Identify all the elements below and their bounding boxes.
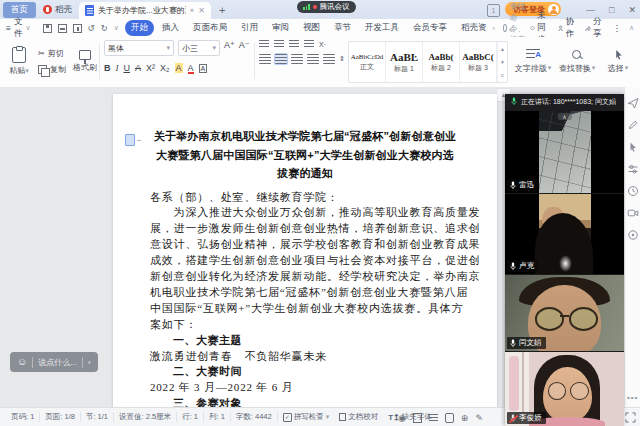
decrease-indent-icon[interactable] — [289, 40, 299, 48]
find-replace-button[interactable]: 查找替换▾ — [556, 40, 598, 82]
pin-icon[interactable]: ⌖ — [190, 7, 195, 15]
align-left-icon[interactable] — [259, 54, 271, 64]
align-right-icon[interactable] — [291, 54, 303, 64]
align-distribute-icon[interactable] — [323, 54, 335, 64]
style-正文[interactable]: AaBbCcDd正文 — [349, 42, 386, 82]
undo-icon[interactable]: ↺ — [88, 23, 95, 33]
history-icon[interactable] — [627, 183, 639, 195]
paste-button[interactable]: 粘贴▾ — [4, 40, 34, 82]
italic-button[interactable]: I — [116, 63, 119, 73]
style-标题 1[interactable]: AaBĿ标题 1 — [386, 42, 423, 82]
style-标题 3[interactable]: AaBbC(标题 3 — [460, 42, 497, 82]
tab-document[interactable]: 关于举办学院...业大赛的通知 ⌖ ✕ — [79, 2, 211, 19]
outline-view-icon[interactable] — [429, 414, 438, 422]
more-menu-icon[interactable]: ⋮ — [612, 23, 621, 33]
line-spacing-icon[interactable]: ⇕ — [339, 55, 345, 63]
ribbon-tab-章节[interactable]: 章节 — [328, 20, 357, 36]
increase-indent-icon[interactable] — [304, 40, 314, 48]
export-icon[interactable] — [73, 24, 82, 33]
comment-indicator[interactable] — [125, 134, 141, 146]
grow-font-icon[interactable]: A⁺ — [224, 40, 235, 56]
ribbon-tab-稻壳资[interactable]: 稻壳资 — [455, 20, 493, 36]
superscript-icon[interactable]: X² — [146, 63, 155, 73]
print-icon[interactable] — [58, 24, 67, 33]
copy-button[interactable]: 复制 — [38, 63, 66, 76]
font-name-select[interactable]: 黑体▾ — [104, 40, 174, 56]
ribbon-tab-插入[interactable]: 插入 — [156, 20, 185, 36]
ribbon-tab-会员专享[interactable]: 会员专享 — [407, 20, 453, 36]
collapse-panel-icon[interactable]: ∧ — [557, 113, 571, 120]
target-icon[interactable] — [627, 227, 639, 239]
status-item[interactable]: 字数: 4442 — [231, 412, 278, 422]
cursor-icon[interactable] — [627, 139, 639, 151]
meeting-panel[interactable]: 正在讲话: 180****1083; 闫文娟 ∧雷迅卢克闫文娟李俊娇 — [505, 94, 624, 426]
body-line: 成效，搭建学生创新创意创业项目与社会资本对接平台，促进创 — [150, 253, 462, 269]
camera-icon[interactable] — [627, 205, 639, 217]
cjk-layout-icon[interactable]: X· — [319, 41, 326, 48]
style-标题 2[interactable]: AaBb(标题 2 — [423, 42, 460, 82]
status-item[interactable]: 页面: 1/8 — [40, 412, 81, 422]
style-up-icon[interactable]: ▲ — [500, 46, 505, 52]
bullet-list-icon[interactable] — [259, 40, 269, 48]
window-switch-icon[interactable]: 1 — [487, 4, 500, 17]
more-tools-icon[interactable]: ••• — [627, 393, 638, 402]
page-view-icon[interactable] — [413, 413, 422, 423]
participant-tile-李俊娇[interactable]: 李俊娇 — [505, 351, 624, 426]
new-tab-button[interactable]: + — [219, 4, 225, 16]
ribbon-tab-视图[interactable]: 视图 — [297, 20, 326, 36]
collapse-chat-icon[interactable]: ‹ — [88, 358, 91, 367]
align-center-icon[interactable] — [275, 54, 287, 64]
ribbon-tab-开始[interactable]: 开始 — [125, 20, 154, 36]
char-border-icon[interactable]: A — [199, 64, 208, 73]
tab-docer[interactable]: 稻壳 — [36, 2, 79, 18]
eye-protect-icon[interactable]: ◉ — [398, 413, 406, 423]
subscript-icon[interactable]: X₂ — [160, 63, 170, 73]
participant-tile-闫文娟[interactable]: 闫文娟 — [505, 274, 624, 351]
participant-tile-卢克[interactable]: 卢克 — [505, 193, 624, 274]
font-color-icon[interactable]: A — [188, 63, 194, 73]
bold-button[interactable]: B — [104, 63, 111, 73]
ribbon-tab-开发工具[interactable]: 开发工具 — [359, 20, 405, 36]
status-item[interactable]: 节: 1/1 — [81, 412, 114, 422]
align-justify-icon[interactable] — [307, 54, 319, 64]
web-view-icon[interactable]: ⊕ — [461, 413, 469, 423]
underline-button[interactable]: U — [124, 63, 131, 73]
ribbon-tab-页面布局[interactable]: 页面布局 — [187, 20, 233, 36]
emoji-icon[interactable]: ☺ — [17, 357, 27, 367]
meeting-badge[interactable]: 腾讯会议 — [297, 1, 356, 13]
text-layout-button[interactable]: 文字排版▾ — [512, 40, 554, 82]
select-button[interactable]: 选择▾ — [600, 40, 636, 82]
font-size-select[interactable]: 小三▾ — [178, 40, 220, 56]
doc-proof-button[interactable]: 文档校对 — [334, 412, 383, 422]
ribbon-tab-引用[interactable]: 引用 — [235, 20, 264, 36]
tabs-overflow-icon[interactable]: › — [492, 25, 494, 32]
spell-check-button[interactable]: ✓ 拼写检查 ▾ — [278, 412, 335, 422]
style-more-icon[interactable]: ≡ — [501, 72, 504, 78]
numbered-list-icon[interactable] — [274, 40, 284, 48]
ribbon-tab-审阅[interactable]: 审阅 — [266, 20, 295, 36]
cut-button[interactable]: ✂剪切 — [38, 47, 66, 60]
fit-page-icon[interactable] — [625, 412, 636, 423]
status-item[interactable]: 列: 1 — [204, 412, 231, 422]
meeting-chat-bar[interactable]: ☺ 说点什么... ‹ — [10, 352, 98, 372]
save-icon[interactable] — [43, 24, 52, 33]
status-item[interactable]: 行: 1 — [177, 412, 204, 422]
shrink-font-icon[interactable]: A⁻ — [239, 40, 250, 56]
style-down-icon[interactable]: ▼ — [500, 59, 505, 65]
strikethrough-icon[interactable]: A — [135, 63, 141, 73]
write-mode-icon[interactable]: ✎ — [475, 413, 483, 423]
status-item[interactable]: 页码: 1 — [6, 412, 40, 422]
document-page[interactable]: 关于举办南京机电职业技术学院第七届“冠盛杯”创新创意创业大赛暨第八届中国国际“互… — [113, 94, 497, 407]
participant-tile-雷迅[interactable]: ∧雷迅 — [505, 110, 624, 193]
collapse-ribbon-icon[interactable]: ∧ — [629, 24, 634, 32]
format-painter-button[interactable]: 格式刷 — [70, 40, 100, 82]
highlight-icon[interactable]: A — [175, 63, 183, 73]
qat-chevron-icon[interactable]: ∨ — [114, 24, 119, 32]
close-tab-icon[interactable]: ✕ — [198, 7, 205, 15]
status-item[interactable]: 设置值: 2.5厘米 — [114, 412, 177, 422]
adjust-icon[interactable] — [627, 161, 639, 173]
pen-icon[interactable] — [627, 117, 639, 129]
redo-icon[interactable]: ↻ — [101, 23, 108, 33]
read-view-icon[interactable] — [445, 413, 454, 423]
share-icon[interactable] — [627, 95, 639, 107]
